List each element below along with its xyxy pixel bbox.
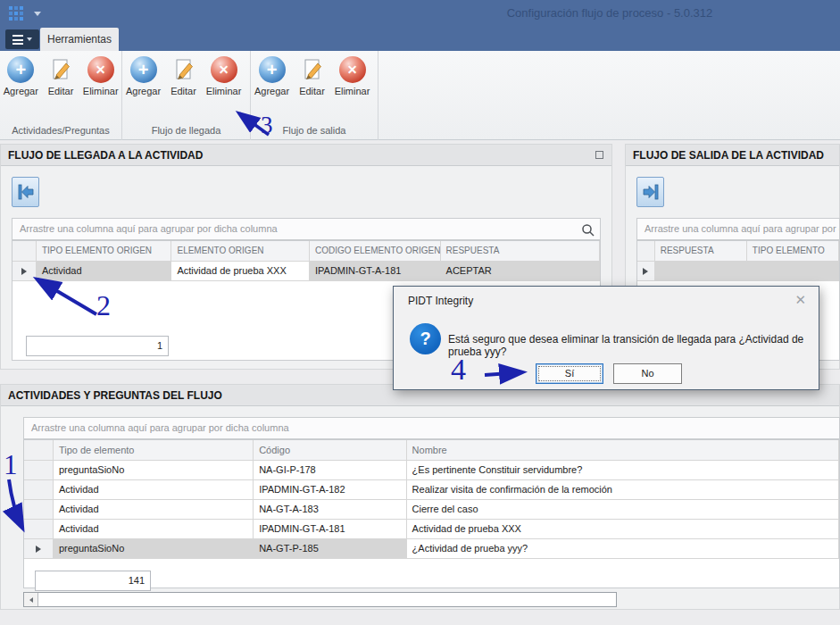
table-row[interactable]: Actividad IPADMIN-GT-A-182 Realizar visi… xyxy=(24,480,839,500)
window-titlebar: Configuración flujo de proceso - 5.0.312 xyxy=(0,0,840,27)
delete-icon: ✕ xyxy=(339,56,366,83)
table-row[interactable]: preguntaSioNo NA-GI-P-178 ¿Es pertinente… xyxy=(24,461,839,480)
arrival-grid-header: TIPO ELEMENTO ORIGEN ELEMENTO ORIGEN COD… xyxy=(12,241,600,262)
column-header[interactable]: Nombre xyxy=(407,440,839,461)
column-header[interactable]: CODIGO ELEMENTO ORIGEN xyxy=(310,241,441,262)
close-icon[interactable]: ✕ xyxy=(794,292,806,308)
eliminar-llegada-button[interactable]: ✕ Eliminar xyxy=(204,56,244,96)
column-header[interactable]: RESPUESTA xyxy=(655,241,747,262)
edit-icon xyxy=(299,56,326,83)
arrow-left-icon xyxy=(16,182,36,202)
ribbon-group-actividades-preguntas: + Agregar Editar ✕ Eliminar Actividades/… xyxy=(0,51,122,140)
horizontal-scrollbar[interactable] xyxy=(23,592,617,607)
column-header[interactable]: ELEMENTO ORIGEN xyxy=(171,241,310,262)
maximize-icon[interactable] xyxy=(595,151,603,159)
edit-icon xyxy=(47,56,74,83)
menu-list-icon xyxy=(12,35,23,45)
window-title: Configuración flujo de proceso - 5.0.312 xyxy=(437,6,782,20)
dialog-title: PIDT Integrity xyxy=(408,295,473,307)
no-button[interactable]: No xyxy=(613,363,682,384)
yes-button[interactable]: Sí xyxy=(536,363,603,384)
table-row[interactable] xyxy=(637,262,839,281)
application-menu-button[interactable] xyxy=(5,29,39,49)
current-cell[interactable]: ¿Actividad de prueba yyy? xyxy=(407,539,839,559)
record-count-field[interactable]: 141 xyxy=(35,571,151,591)
panel-title-llegada: FLUJO DE LLEGADA A LA ACTIVIDAD xyxy=(8,149,203,162)
group-by-bar[interactable]: Arrastre una columna aquí para agrupar p… xyxy=(12,218,601,240)
agregar-llegada-button[interactable]: + Agregar xyxy=(123,56,163,96)
table-row[interactable]: Actividad NA-GT-A-183 Cierre del caso xyxy=(24,500,839,520)
panel-actividades-preguntas: ACTIVIDADES Y PREGUNTAS DEL FLUJO Arrast… xyxy=(0,384,840,610)
panel-title-salida: FLUJO DE SALIDA DE LA ACTIVIDAD xyxy=(633,149,824,162)
question-icon: ? xyxy=(410,323,441,354)
add-icon: + xyxy=(7,56,34,83)
table-row[interactable]: Actividad IPADMIN-GT-A-181 Actividad de … xyxy=(24,520,839,539)
column-header[interactable]: TIPO ELEMENTO ORIGEN xyxy=(37,241,172,262)
record-count-field[interactable]: 1 xyxy=(26,336,169,356)
delete-icon: ✕ xyxy=(211,56,237,83)
tab-herramientas[interactable]: Herramientas xyxy=(40,28,119,51)
group-caption-flujo-salida: Flujo de salida xyxy=(251,125,378,136)
app-grid-icon[interactable] xyxy=(8,5,25,23)
agregar-salida-button[interactable]: + Agregar xyxy=(252,56,292,96)
exit-grid-header: RESPUESTA TIPO ELEMENTO xyxy=(637,241,839,262)
arrow-right-icon xyxy=(641,182,661,202)
group-by-bar[interactable]: Arrastre una columna aquí para agrupar p… xyxy=(23,417,840,439)
table-row[interactable]: Actividad Actividad de prueba XXX IPADMI… xyxy=(12,262,600,281)
move-right-button[interactable] xyxy=(636,177,664,207)
agregar-actividad-button[interactable]: + Agregar xyxy=(1,56,41,96)
scroll-left-icon xyxy=(29,597,33,603)
add-icon: + xyxy=(130,56,157,83)
column-header[interactable]: Tipo de elemento xyxy=(54,440,254,461)
search-icon[interactable] xyxy=(581,223,595,240)
quick-access-caret-icon[interactable] xyxy=(34,12,41,16)
eliminar-actividad-button[interactable]: ✕ Eliminar xyxy=(80,56,121,96)
column-header[interactable]: Código xyxy=(254,440,406,461)
current-cell[interactable]: Actividad de prueba XXX xyxy=(171,262,310,281)
eliminar-salida-button[interactable]: ✕ Eliminar xyxy=(332,56,372,96)
column-header[interactable]: TIPO ELEMENTO xyxy=(747,241,839,262)
column-header[interactable]: RESPUESTA xyxy=(441,241,600,262)
table-row-selected[interactable]: preguntaSioNo NA-GT-P-185 ¿Actividad de … xyxy=(24,539,839,559)
move-left-button[interactable] xyxy=(12,177,39,207)
activities-grid-header: Tipo de elemento Código Nombre xyxy=(24,440,839,461)
ribbon-group-flujo-llegada: + Agregar Editar ✕ Eliminar Flujo de lle… xyxy=(122,51,251,140)
editar-llegada-button[interactable]: Editar xyxy=(163,56,204,96)
ribbon-group-flujo-salida: + Agregar Editar ✕ Eliminar Flujo de sal… xyxy=(251,51,378,140)
panel-title-actividades: ACTIVIDADES Y PREGUNTAS DEL FLUJO xyxy=(8,389,222,402)
editar-salida-button[interactable]: Editar xyxy=(292,56,332,96)
menu-caret-icon xyxy=(27,38,32,41)
activities-grid: Tipo de elemento Código Nombre preguntaS… xyxy=(23,439,840,588)
confirm-dialog: PIDT Integrity ✕ ? Está seguro que desea… xyxy=(393,286,819,390)
scrollbar-thumb[interactable] xyxy=(38,593,616,606)
delete-icon: ✕ xyxy=(87,56,114,83)
group-caption-flujo-llegada: Flujo de llegada xyxy=(122,125,250,136)
row-indicator-icon xyxy=(637,262,655,281)
group-caption-actividades: Actividades/Preguntas xyxy=(0,125,121,136)
edit-icon xyxy=(170,56,197,83)
editar-actividad-button[interactable]: Editar xyxy=(41,56,81,96)
group-by-bar[interactable]: Arrastre una columna aquí para agrupar p… xyxy=(636,218,840,240)
row-indicator-icon xyxy=(24,539,54,559)
dialog-message: Está seguro que desea eliminar la transi… xyxy=(448,333,810,358)
add-icon: + xyxy=(259,56,286,83)
ribbon-tabstrip: Herramientas xyxy=(0,27,840,51)
row-indicator-icon xyxy=(12,262,37,281)
ribbon: + Agregar Editar ✕ Eliminar Actividades/… xyxy=(0,51,840,140)
scroll-left-button[interactable] xyxy=(24,593,38,606)
